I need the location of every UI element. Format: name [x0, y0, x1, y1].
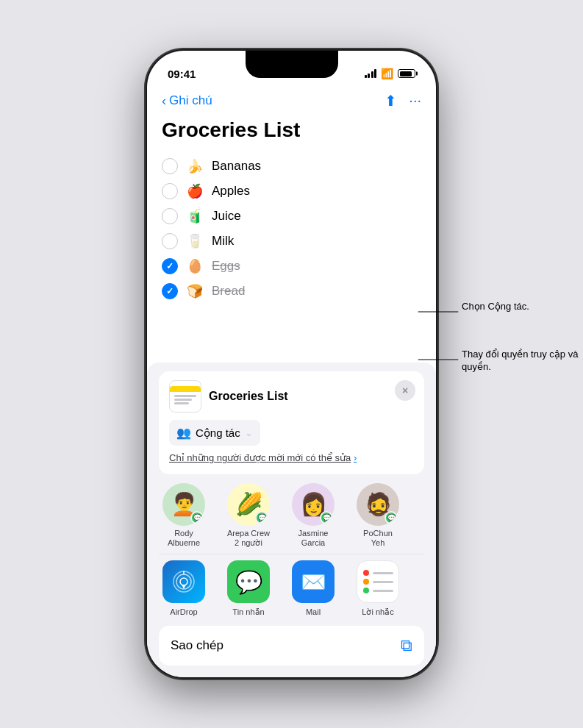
back-label: Ghi chú [169, 93, 212, 108]
app-label-messages: Tin nhắn [232, 607, 264, 617]
item-text-2: Apples [212, 184, 250, 199]
signal-bars-icon [365, 69, 377, 78]
copy-row[interactable]: Sao chép ⧉ [159, 626, 424, 665]
contact-avatar-4: 🧔 💬 [357, 483, 399, 526]
contact-item-4[interactable]: 🧔 💬 PoChunYeh [353, 483, 403, 548]
signal-bar-1 [365, 75, 367, 78]
item-text-1: Bananas [212, 159, 261, 174]
message-icon-4: 💬 [387, 514, 396, 521]
wifi-icon: 📶 [381, 68, 393, 79]
annotation-collab-text: Chọn Cộng tác. [462, 301, 529, 312]
collab-dropdown-label: Cộng tác [196, 427, 240, 440]
note-title: Groceries List [162, 118, 421, 142]
annotation-permission: Thay đổi quyền truy cập và quyền. [462, 349, 579, 374]
checklist-item-5: ✓ 🥚 Eggs [162, 254, 421, 279]
message-badge-3: 💬 [320, 511, 333, 524]
checkbox-1[interactable] [162, 158, 178, 174]
checklist-item-4: 🥛 Milk [162, 229, 421, 254]
status-time: 09:41 [168, 68, 196, 80]
collab-dropdown[interactable]: 👥 Cộng tác ⌄ [169, 420, 260, 446]
item-text-3: Juice [212, 209, 241, 224]
mail-emoji-icon: ✉️ [301, 570, 326, 594]
close-icon: × [402, 385, 408, 396]
app-icon-airdrop [162, 560, 205, 603]
notes-area: ‹ Ghi chú ⬆ ··· Groceries List 🍌 Bananas… [147, 86, 436, 304]
message-badge-2: 💬 [255, 511, 268, 524]
share-icon[interactable]: ⬆ [385, 92, 397, 110]
more-icon[interactable]: ··· [409, 92, 421, 110]
checkbox-4[interactable] [162, 233, 178, 249]
copy-label: Sao chép [171, 638, 223, 653]
note-thumb-lines [171, 393, 199, 407]
rdot-red [363, 570, 369, 576]
app-item-mail[interactable]: ✉️ Mail [288, 560, 338, 617]
checklist: 🍌 Bananas 🍎 Apples 🧃 Juice 🥛 Milk ✓ [162, 154, 421, 304]
collab-card: Groceries List × 👥 Cộng tác ⌄ Chỉ những … [159, 371, 424, 474]
contact-item-2[interactable]: 🌽 💬 Arepa Crew2 người [223, 483, 273, 548]
message-icon-3: 💬 [323, 514, 331, 521]
rdot-orange [363, 579, 369, 585]
contact-avatar-1: 🧑‍🦱 💬 [162, 483, 205, 526]
rline-1 [373, 572, 393, 574]
signal-bar-2 [368, 74, 370, 78]
item-emoji-1: 🍌 [187, 158, 203, 174]
app-icon-mail: ✉️ [292, 560, 335, 603]
contact-item-1[interactable]: 🧑‍🦱 💬 RodyAlbuerne [159, 483, 209, 548]
back-chevron-icon: ‹ [162, 93, 166, 109]
nav-bar: ‹ Ghi chú ⬆ ··· [162, 86, 421, 113]
signal-bar-4 [374, 69, 376, 78]
checkmark-5: ✓ [166, 261, 174, 271]
thumb-line-2 [174, 399, 192, 401]
notch [246, 51, 338, 78]
dropdown-arrow-icon: ⌄ [245, 427, 253, 438]
checklist-item-1: 🍌 Bananas [162, 154, 421, 179]
item-text-6: Bread [212, 284, 245, 299]
item-emoji-3: 🧃 [187, 208, 203, 224]
rline-3 [373, 590, 393, 592]
app-item-reminders[interactable]: Lời nhắc [353, 560, 403, 617]
checkbox-2[interactable] [162, 183, 178, 199]
reminders-inner [357, 563, 399, 601]
checkbox-5[interactable]: ✓ [162, 258, 178, 274]
contact-name-1: RodyAlbuerne [168, 529, 200, 548]
back-button[interactable]: ‹ Ghi chú [162, 93, 212, 109]
reminder-row-1 [363, 570, 393, 576]
app-label-airdrop: AirDrop [170, 607, 197, 616]
battery-icon [398, 69, 415, 78]
checkbox-3[interactable] [162, 208, 178, 224]
item-emoji-6: 🍞 [187, 283, 203, 299]
share-sheet: Groceries List × 👥 Cộng tác ⌄ Chỉ những … [147, 363, 436, 677]
messages-emoji-icon: 💬 [235, 569, 262, 595]
annotation-permission-text: Thay đổi quyền truy cập và quyền. [462, 349, 578, 372]
collab-header: Groceries List × [169, 380, 414, 413]
permission-text[interactable]: Chỉ những người được mời mới có thể sửa … [169, 452, 414, 465]
reminder-row-2 [363, 579, 393, 585]
thumb-line-3 [174, 402, 189, 404]
collaboration-icon: 👥 [176, 426, 191, 440]
app-item-messages[interactable]: 💬 Tin nhắn [223, 560, 273, 617]
checklist-item-2: 🍎 Apples [162, 179, 421, 204]
nav-actions: ⬆ ··· [385, 92, 421, 110]
contact-item-3[interactable]: 👩 💬 JasmineGarcia [288, 483, 338, 548]
rline-2 [373, 581, 393, 583]
rdot-green [363, 588, 369, 593]
app-label-mail: Mail [306, 607, 321, 616]
status-icons: 📶 [365, 68, 416, 79]
collab-note-title: Groceries List [209, 390, 414, 403]
checkbox-6[interactable]: ✓ [162, 283, 178, 299]
message-badge-1: 💬 [190, 511, 204, 524]
item-emoji-2: 🍎 [187, 183, 203, 199]
reminder-row-3 [363, 588, 393, 593]
airdrop-svg [171, 568, 197, 595]
contact-avatar-2: 🌽 💬 [227, 483, 270, 526]
contact-name-2: Arepa Crew2 người [227, 529, 270, 548]
app-icon-messages: 💬 [227, 560, 270, 603]
checklist-item-3: 🧃 Juice [162, 204, 421, 229]
app-label-reminders: Lời nhắc [362, 607, 393, 617]
note-thumbnail [169, 380, 201, 413]
battery-tip [416, 72, 418, 76]
item-emoji-4: 🥛 [187, 233, 203, 249]
copy-icon: ⧉ [401, 636, 412, 655]
app-item-airdrop[interactable]: AirDrop [159, 560, 209, 617]
checklist-item-6: ✓ 🍞 Bread [162, 279, 421, 304]
